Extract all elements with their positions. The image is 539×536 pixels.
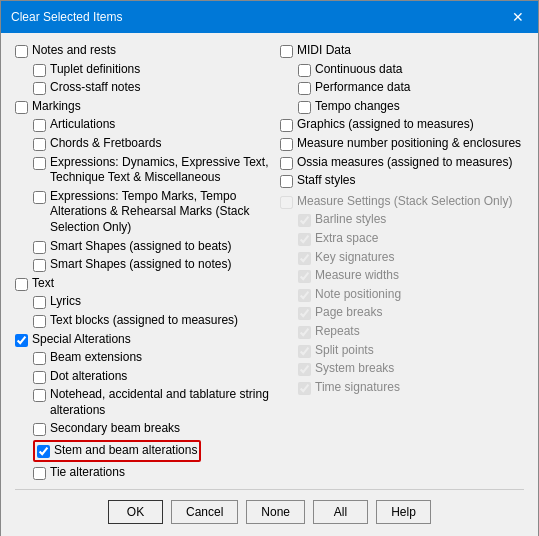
midi-data-label[interactable]: MIDI Data (297, 43, 351, 59)
ok-button[interactable]: OK (108, 500, 163, 524)
markings-checkbox[interactable] (15, 101, 28, 114)
performance-data-label[interactable]: Performance data (315, 80, 410, 96)
tuplet-defs-label[interactable]: Tuplet definitions (50, 62, 140, 78)
articulations-label[interactable]: Articulations (50, 117, 115, 133)
clear-selected-items-dialog: Clear Selected Items ✕ Notes and rests T… (0, 0, 539, 536)
list-item: Split points (298, 343, 524, 359)
performance-data-checkbox[interactable] (298, 82, 311, 95)
key-signatures-label: Key signatures (315, 250, 394, 266)
beam-extensions-checkbox[interactable] (33, 352, 46, 365)
chords-fretboards-label[interactable]: Chords & Fretboards (50, 136, 161, 152)
smart-shapes-notes-checkbox[interactable] (33, 259, 46, 272)
left-column: Notes and rests Tuplet definitions Cross… (15, 43, 270, 483)
chords-fretboards-checkbox[interactable] (33, 138, 46, 151)
graphics-measures-checkbox[interactable] (280, 119, 293, 132)
dialog-content: Notes and rests Tuplet definitions Cross… (1, 33, 538, 536)
dot-alterations-label[interactable]: Dot alterations (50, 369, 127, 385)
cross-staff-label[interactable]: Cross-staff notes (50, 80, 140, 96)
all-button[interactable]: All (313, 500, 368, 524)
extra-space-checkbox (298, 233, 311, 246)
extra-space-label: Extra space (315, 231, 378, 247)
text-blocks-label[interactable]: Text blocks (assigned to measures) (50, 313, 238, 329)
list-item: Text (15, 276, 270, 292)
continuous-data-checkbox[interactable] (298, 64, 311, 77)
smart-shapes-beats-label[interactable]: Smart Shapes (assigned to beats) (50, 239, 231, 255)
none-button[interactable]: None (246, 500, 305, 524)
notes-rests-label[interactable]: Notes and rests (32, 43, 116, 59)
list-item: Measure widths (298, 268, 524, 284)
list-item: System breaks (298, 361, 524, 377)
page-breaks-checkbox (298, 307, 311, 320)
ossia-measures-checkbox[interactable] (280, 157, 293, 170)
expressions-dynamics-label[interactable]: Expressions: Dynamics, Expressive Text, … (50, 155, 270, 186)
list-item: Lyrics (33, 294, 270, 310)
list-item: Tuplet definitions (33, 62, 270, 78)
list-item: Dot alterations (33, 369, 270, 385)
secondary-beam-label[interactable]: Secondary beam breaks (50, 421, 180, 437)
text-checkbox[interactable] (15, 278, 28, 291)
text-label[interactable]: Text (32, 276, 54, 292)
lyrics-checkbox[interactable] (33, 296, 46, 309)
list-item: Continuous data (298, 62, 524, 78)
note-positioning-checkbox (298, 289, 311, 302)
system-breaks-label: System breaks (315, 361, 394, 377)
tie-alterations-label[interactable]: Tie alterations (50, 465, 125, 481)
smart-shapes-beats-checkbox[interactable] (33, 241, 46, 254)
list-item: Extra space (298, 231, 524, 247)
articulations-checkbox[interactable] (33, 119, 46, 132)
list-item: Note positioning (298, 287, 524, 303)
list-item: Ossia measures (assigned to measures) (280, 155, 524, 171)
list-item: Expressions: Tempo Marks, Tempo Alterati… (33, 189, 270, 236)
list-item: Repeats (298, 324, 524, 340)
stem-beam-item: Stem and beam alterations (33, 440, 270, 462)
close-button[interactable]: ✕ (508, 7, 528, 27)
expressions-dynamics-checkbox[interactable] (33, 157, 46, 170)
tie-alterations-checkbox[interactable] (33, 467, 46, 480)
beam-extensions-label[interactable]: Beam extensions (50, 350, 142, 366)
list-item: Special Alterations (15, 332, 270, 348)
list-item: Tempo changes (298, 99, 524, 115)
tempo-changes-label[interactable]: Tempo changes (315, 99, 400, 115)
list-item: Key signatures (298, 250, 524, 266)
barline-styles-label: Barline styles (315, 212, 386, 228)
time-signatures-label: Time signatures (315, 380, 400, 396)
page-breaks-label: Page breaks (315, 305, 382, 321)
notes-rests-checkbox[interactable] (15, 45, 28, 58)
measure-settings-item: Measure Settings (Stack Selection Only) (280, 194, 524, 210)
markings-label[interactable]: Markings (32, 99, 81, 115)
ossia-measures-label[interactable]: Ossia measures (assigned to measures) (297, 155, 512, 171)
help-button[interactable]: Help (376, 500, 431, 524)
list-item: Notehead, accidental and tablature strin… (33, 387, 270, 418)
list-item: Measure number positioning & enclosures (280, 136, 524, 152)
cross-staff-checkbox[interactable] (33, 82, 46, 95)
notehead-accidental-checkbox[interactable] (33, 389, 46, 402)
tuplet-defs-checkbox[interactable] (33, 64, 46, 77)
dot-alterations-checkbox[interactable] (33, 371, 46, 384)
notehead-accidental-label[interactable]: Notehead, accidental and tablature strin… (50, 387, 270, 418)
list-item: Barline styles (298, 212, 524, 228)
list-item: Beam extensions (33, 350, 270, 366)
cancel-button[interactable]: Cancel (171, 500, 238, 524)
list-item: MIDI Data (280, 43, 524, 59)
lyrics-label[interactable]: Lyrics (50, 294, 81, 310)
special-alterations-label[interactable]: Special Alterations (32, 332, 131, 348)
smart-shapes-notes-label[interactable]: Smart Shapes (assigned to notes) (50, 257, 231, 273)
graphics-measures-label[interactable]: Graphics (assigned to measures) (297, 117, 474, 133)
list-item: Text blocks (assigned to measures) (33, 313, 270, 329)
measure-number-label[interactable]: Measure number positioning & enclosures (297, 136, 521, 152)
expressions-tempo-label[interactable]: Expressions: Tempo Marks, Tempo Alterati… (50, 189, 270, 236)
special-alterations-checkbox[interactable] (15, 334, 28, 347)
staff-styles-label[interactable]: Staff styles (297, 173, 355, 189)
expressions-tempo-checkbox[interactable] (33, 191, 46, 204)
stem-beam-checkbox[interactable] (37, 445, 50, 458)
stem-beam-label[interactable]: Stem and beam alterations (54, 443, 197, 459)
midi-data-checkbox[interactable] (280, 45, 293, 58)
staff-styles-checkbox[interactable] (280, 175, 293, 188)
measure-number-checkbox[interactable] (280, 138, 293, 151)
continuous-data-label[interactable]: Continuous data (315, 62, 402, 78)
repeats-label: Repeats (315, 324, 360, 340)
secondary-beam-checkbox[interactable] (33, 423, 46, 436)
tempo-changes-checkbox[interactable] (298, 101, 311, 114)
text-blocks-checkbox[interactable] (33, 315, 46, 328)
list-item: Page breaks (298, 305, 524, 321)
